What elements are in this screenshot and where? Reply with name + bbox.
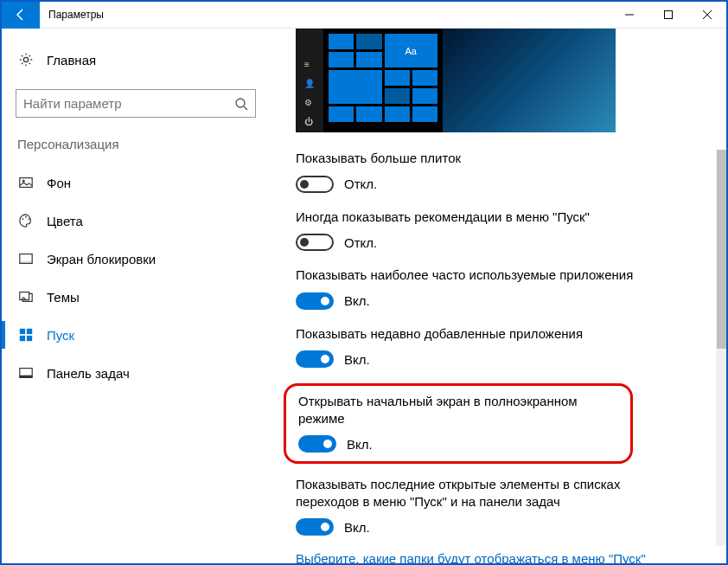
maximize-button[interactable] xyxy=(648,2,687,29)
toggle-fullscreen-start[interactable] xyxy=(298,435,336,453)
maximize-icon xyxy=(664,10,673,19)
search-icon xyxy=(234,97,248,111)
svg-rect-16 xyxy=(27,329,32,334)
setting-label: Показывать больше плиток xyxy=(296,150,700,167)
svg-rect-20 xyxy=(20,376,32,378)
home-label: Главная xyxy=(47,53,96,67)
toggle-state-text: Вкл. xyxy=(344,520,370,535)
nav-label: Экран блокировки xyxy=(47,252,156,266)
nav-item-background[interactable]: Фон xyxy=(2,164,270,202)
search-box[interactable] xyxy=(16,89,256,118)
taskbar-icon xyxy=(17,364,35,382)
setting-label: Иногда показывать рекомендации в меню "П… xyxy=(296,209,700,226)
nav-label: Пуск xyxy=(47,328,74,343)
toggle-jumplist[interactable] xyxy=(296,518,334,536)
nav-label: Цвета xyxy=(47,214,83,228)
setting-label: Показывать наиболее часто используемые п… xyxy=(296,266,700,284)
setting-suggestions: Иногда показывать рекомендации в меню "П… xyxy=(296,209,700,252)
scroll-thumb[interactable] xyxy=(717,150,726,349)
nav-label: Панель задач xyxy=(47,366,130,381)
setting-more-tiles: Показывать больше плиток Откл. xyxy=(296,150,700,193)
palette-icon xyxy=(17,212,35,229)
svg-rect-15 xyxy=(20,329,25,334)
settings-window: Параметры Главная xyxy=(2,2,726,563)
preview-aa: Aa xyxy=(385,34,438,67)
svg-rect-18 xyxy=(27,336,32,341)
setting-label: Открывать начальный экран в полноэкранно… xyxy=(298,393,618,427)
svg-rect-1 xyxy=(664,11,672,19)
setting-jumplist: Показывать последние открытые элементы в… xyxy=(296,476,700,536)
svg-rect-7 xyxy=(20,178,32,188)
setting-most-used: Показывать наиболее часто используемые п… xyxy=(296,266,700,310)
toggle-state-text: Вкл. xyxy=(344,352,370,367)
toggle-most-used[interactable] xyxy=(296,292,334,310)
svg-point-10 xyxy=(25,216,27,218)
svg-rect-17 xyxy=(20,336,25,341)
toggle-recently-added[interactable] xyxy=(296,350,334,368)
toggle-state-text: Вкл. xyxy=(347,437,373,452)
toggle-suggestions[interactable] xyxy=(296,234,334,251)
toggle-state-text: Вкл. xyxy=(344,293,370,308)
window-title: Параметры xyxy=(40,9,610,21)
nav-item-taskbar[interactable]: Панель задач xyxy=(2,354,270,392)
svg-point-5 xyxy=(236,99,245,107)
nav-item-start[interactable]: Пуск xyxy=(2,316,270,354)
back-button[interactable] xyxy=(2,2,40,29)
start-icon xyxy=(17,326,35,343)
setting-recently-added: Показывать недавно добавленные приложени… xyxy=(296,325,700,369)
picture-icon xyxy=(17,174,35,191)
scrollbar[interactable] xyxy=(716,150,726,546)
toggle-more-tiles[interactable] xyxy=(296,176,334,193)
toggle-state-text: Откл. xyxy=(344,177,377,191)
lockscreen-icon xyxy=(17,250,35,267)
nav-item-colors[interactable]: Цвета xyxy=(2,202,270,240)
window-controls xyxy=(610,2,726,29)
svg-point-8 xyxy=(22,180,25,183)
minimize-icon xyxy=(625,10,634,19)
choose-folders-link[interactable]: Выберите, какие папки будут отображаться… xyxy=(296,551,700,563)
search-input[interactable] xyxy=(23,96,234,111)
home-nav[interactable]: Главная xyxy=(2,46,270,74)
section-label: Персонализация xyxy=(2,137,270,164)
svg-point-9 xyxy=(22,218,24,220)
nav-item-lockscreen[interactable]: Экран блокировки xyxy=(2,240,270,278)
setting-label: Показывать последние открытые элементы в… xyxy=(296,476,642,510)
gear-icon xyxy=(17,51,35,68)
sidebar: Главная Персонализация Фон Цвета Экран б… xyxy=(2,29,270,563)
arrow-left-icon xyxy=(14,8,28,22)
themes-icon xyxy=(17,288,35,305)
setting-label: Показывать недавно добавленные приложени… xyxy=(296,325,700,343)
toggle-state-text: Откл. xyxy=(344,235,377,250)
start-preview: ≡👤⚙⏻ Aa xyxy=(296,29,616,132)
highlighted-setting: Открывать начальный экран в полноэкранно… xyxy=(284,383,633,464)
svg-rect-13 xyxy=(20,261,32,264)
svg-point-4 xyxy=(23,57,28,61)
content-area: ≡👤⚙⏻ Aa Показывать больше плиток Откл. xyxy=(270,29,726,563)
close-icon xyxy=(703,10,712,19)
nav-label: Фон xyxy=(47,176,71,190)
nav-item-themes[interactable]: Темы xyxy=(2,278,270,316)
close-button[interactable] xyxy=(687,2,726,29)
nav-label: Темы xyxy=(47,290,80,305)
titlebar: Параметры xyxy=(2,2,726,29)
svg-line-6 xyxy=(244,106,247,110)
minimize-button[interactable] xyxy=(610,2,648,29)
svg-point-11 xyxy=(29,218,30,220)
